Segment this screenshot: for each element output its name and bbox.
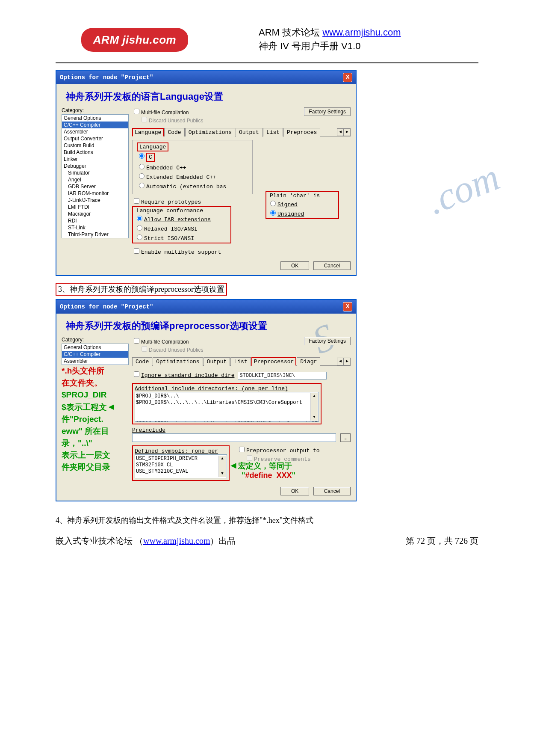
discard-label: Discard Unused Publics [149, 347, 203, 353]
arrow-icon: ◄ [107, 401, 116, 412]
cat-macr[interactable]: Macraigor [62, 210, 128, 217]
ok-button[interactable]: OK [280, 261, 309, 270]
ignore-std-field[interactable]: $TOOLKIT_DIR$\INC\ [238, 372, 327, 379]
cat-rdi[interactable]: RDI [62, 217, 128, 224]
doc-subtitle: 神舟 IV 号用户手册 V1.0 [259, 41, 360, 51]
tab-strip: Language Code Optimizations Output List … [132, 128, 351, 136]
opt-relaxed: Relaxed ISO/ANSI [144, 226, 198, 232]
conformance-group: Language conformance [135, 208, 205, 214]
green-annotation: ◄宏定义，等同于 "#define XXX" [229, 460, 295, 480]
opt-ecpp: Embedded C++ [146, 165, 186, 171]
dialog-title: Options for node "Project" [60, 303, 153, 310]
category-list[interactable]: General Options C/C++ Compiler Assembler [62, 344, 129, 365]
cat-lmi[interactable]: LMI FTDI [62, 204, 128, 210]
multifile-checkbox[interactable] [134, 338, 139, 344]
discard-checkbox [142, 117, 147, 122]
multibyte-checkbox[interactable] [134, 248, 139, 254]
dialog-heading: 神舟系列开发板的语言Language设置 [66, 90, 351, 103]
ignore-std-checkbox[interactable] [134, 371, 139, 377]
cancel-button[interactable]: Cancel [313, 261, 351, 270]
tab-list[interactable]: List [230, 357, 251, 366]
ppout-checkbox[interactable] [239, 447, 245, 452]
radio-unsigned[interactable] [270, 210, 276, 216]
radio-auto[interactable] [139, 183, 145, 188]
cat-compiler[interactable]: C/C++ Compiler [62, 351, 128, 358]
addl-dirs-field[interactable]: ▲▼ $PROJ_DIR$\..\ $PROJ_DIR$\..\..\..\..… [135, 392, 319, 422]
ppout-label: Preprocessor output to [246, 448, 320, 454]
multifile-checkbox[interactable] [134, 109, 139, 114]
cat-general[interactable]: General Options [62, 344, 128, 351]
tab-left-icon[interactable]: ◄ [337, 358, 344, 365]
scroll-down-icon[interactable]: ▼ [313, 414, 315, 421]
tab-language[interactable]: Language [132, 128, 164, 136]
tab-diag[interactable]: Diagr [297, 357, 320, 366]
tab-opt[interactable]: Optimizations [185, 128, 235, 136]
cat-compiler[interactable]: C/C++ Compiler [62, 122, 128, 128]
tab-left-icon[interactable]: ◄ [337, 128, 344, 136]
cat-jlink[interactable]: J-Link/J-Trace [62, 197, 128, 204]
cat-custom[interactable]: Custom Build [62, 142, 128, 149]
factory-settings-button[interactable]: Factory Settings [304, 337, 351, 345]
cat-angel[interactable]: Angel [62, 176, 128, 183]
addl-line: $PROJ_DIR$\..\..\..\..\Libraries\CMSIS\C… [136, 400, 318, 406]
preinclude-browse-button[interactable]: ... [340, 433, 351, 442]
radio-c[interactable] [139, 153, 145, 159]
scroll-up-icon[interactable]: ▲ [221, 456, 223, 462]
tab-output[interactable]: Output [204, 357, 230, 366]
arrow-icon: ◄ [229, 460, 238, 471]
cat-assembler[interactable]: Assembler [62, 128, 128, 135]
defined-symbols-field[interactable]: ▲▼ USE_STDPERIPH_DRIVER STM32F10X_CL USE… [135, 454, 227, 478]
cat-iar[interactable]: IAR ROM-monitor [62, 190, 128, 197]
scroll-up-icon[interactable]: ▲ [313, 393, 315, 400]
titlebar: Options for node "Project" X [56, 71, 356, 84]
require-proto-checkbox[interactable] [134, 198, 139, 204]
multifile-label: Multi-file Compilation [141, 339, 189, 345]
radio-allowiar[interactable] [137, 216, 142, 221]
tab-right-icon[interactable]: ► [344, 358, 351, 365]
radio-eecpp[interactable] [139, 173, 145, 179]
opt-eecpp: Extended Embedded C++ [146, 174, 216, 181]
tab-code[interactable]: Code [164, 128, 184, 136]
cat-3rd[interactable]: Third-Party Driver [62, 231, 128, 238]
close-icon[interactable]: X [343, 73, 352, 82]
cat-assembler[interactable]: Assembler [62, 358, 128, 365]
preinclude-field[interactable] [132, 433, 336, 442]
radio-signed[interactable] [270, 201, 276, 206]
cat-sim[interactable]: Simulator [62, 169, 128, 176]
cat-build[interactable]: Build Actions [62, 149, 128, 156]
tab-right-icon[interactable]: ► [344, 128, 351, 136]
tab-output[interactable]: Output [236, 128, 263, 136]
factory-settings-button[interactable]: Factory Settings [304, 107, 351, 116]
cat-output-conv[interactable]: Output Converter [62, 135, 128, 142]
dialog-heading: 神舟系列开发板的预编译preprocessor选项设置 [66, 320, 351, 332]
tab-code[interactable]: Code [132, 357, 152, 366]
cat-gdb[interactable]: GDB Server [62, 183, 128, 190]
opt-unsigned: Unsigned [277, 211, 304, 217]
radio-relaxed[interactable] [137, 225, 142, 231]
cat-stlink[interactable]: ST-Link [62, 224, 128, 231]
cat-debugger[interactable]: Debugger [62, 163, 128, 169]
titlebar: Options for node "Project" X [56, 300, 356, 314]
footer-link[interactable]: www.armjishu.com [143, 536, 210, 546]
page-number: 第 72 页，共 726 页 [406, 535, 478, 547]
scroll-down-icon[interactable]: ▼ [221, 471, 223, 477]
close-icon[interactable]: X [343, 302, 352, 311]
tab-list[interactable]: List [263, 128, 283, 136]
forum-link[interactable]: www.armjishu.com [322, 27, 401, 38]
tab-preprocessor[interactable]: Preprocessor [251, 357, 297, 366]
category-label: Category: [62, 337, 128, 343]
cancel-button[interactable]: Cancel [313, 487, 351, 495]
category-list[interactable]: General Options C/C++ Compiler Assembler… [62, 114, 129, 238]
opt-strict: Strict ISO/ANSI [144, 235, 194, 242]
side-annotation: *.h头文件所 在文件夹。 $PROJ_DIR $表示工程文◄ 件"Projec… [62, 365, 128, 473]
cat-general[interactable]: General Options [62, 115, 128, 122]
cat-linker[interactable]: Linker [62, 156, 128, 163]
ok-button[interactable]: OK [280, 487, 309, 495]
radio-strict[interactable] [137, 234, 142, 240]
tab-preproc[interactable]: Preproces [283, 128, 320, 136]
tab-opt[interactable]: Optimizations [153, 357, 203, 366]
addl-dirs-label: Additional include directories: (one per… [135, 385, 288, 392]
options-dialog-2: Options for node "Project" X 神舟系列开发板的预编译… [56, 299, 357, 501]
multifile-label: Multi-file Compilation [141, 110, 189, 116]
radio-ecpp[interactable] [139, 164, 145, 169]
